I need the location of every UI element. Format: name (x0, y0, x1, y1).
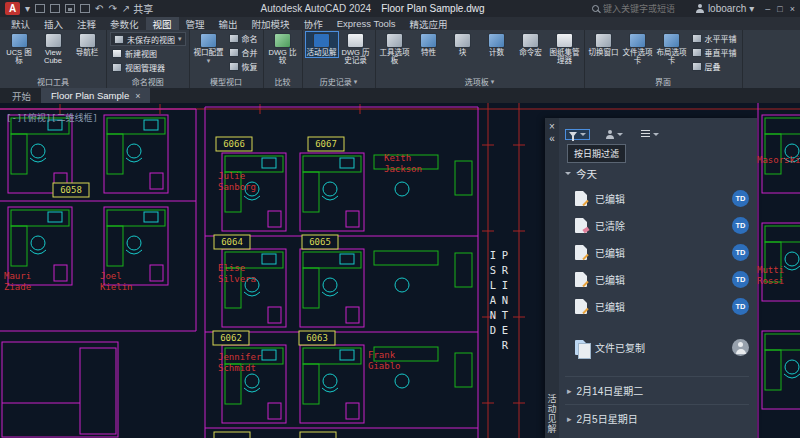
command-macro-button[interactable]: 命令宏 (515, 32, 547, 57)
tab-parametric[interactable]: 参数化 (103, 17, 146, 30)
close-button[interactable]: × (790, 4, 795, 14)
named-viewports-button[interactable]: 命名 (227, 32, 260, 45)
printer-island-label: PRINTER ISLAND (487, 249, 511, 434)
panel-history: 活动见解 DWG 历史记录 历史记录 ▾ (303, 30, 376, 88)
room-label: 6065 (309, 237, 331, 247)
tab-manage[interactable]: 管理 (179, 17, 212, 30)
tile-horizontally-button[interactable]: 水平平铺 (690, 32, 739, 45)
new-file-icon[interactable] (35, 4, 45, 13)
window-title: Autodesk AutoCAD 2024Floor Plan Sample.d… (158, 3, 587, 14)
panel-label-compare[interactable]: 比较 (264, 76, 302, 88)
panel-label-model-viewports[interactable]: 模型视口 (190, 76, 263, 88)
viewport-config-icon (200, 33, 217, 48)
panel-label-interface[interactable]: 界面 (585, 76, 742, 88)
properties-button[interactable]: 特性 (413, 32, 445, 57)
user-badge: TD (732, 244, 749, 261)
view-eye-icon (114, 35, 124, 44)
open-file-icon[interactable] (50, 4, 60, 13)
tab-express-tools[interactable]: Express Tools (330, 17, 403, 30)
viewcube-button[interactable]: View Cube (37, 32, 69, 66)
maximize-button[interactable]: □ (777, 4, 782, 14)
activity-item[interactable]: 已编辑 TD (565, 266, 749, 293)
share-button[interactable]: ↗ 共享 (122, 1, 153, 16)
join-viewports-button[interactable]: 合并 (227, 46, 260, 59)
autocad-logo-icon[interactable]: A (5, 2, 20, 15)
ucs-icon-button[interactable]: UCS 图标 (3, 32, 35, 66)
collapse-icon (565, 172, 571, 175)
filter-by-event-button[interactable] (638, 128, 662, 140)
layout-tabs-toggle-button[interactable]: 布局选项卡 (656, 32, 688, 66)
panel-label-named-views[interactable]: 命名视图 (107, 76, 189, 88)
ucs-icon (11, 33, 28, 48)
blocks-button[interactable]: 块 (447, 32, 479, 57)
date-group-row[interactable]: ▸ 2月5日星期日 (565, 404, 749, 432)
auto-hide-icon[interactable]: « (549, 133, 555, 145)
close-tab-icon[interactable]: × (135, 91, 140, 101)
share-icon: ↗ (122, 4, 130, 14)
activity-item[interactable]: 已编辑 TD (565, 185, 749, 212)
occupant-name: Frank (368, 350, 396, 360)
navbar-button[interactable]: 导航栏 (71, 32, 103, 57)
named-viewports-icon (229, 34, 239, 43)
dwg-history-button[interactable]: DWG 历史记录 (340, 32, 372, 66)
account-menu[interactable]: loboarch ▾ (696, 3, 754, 14)
section-today[interactable]: 今天 (565, 166, 749, 181)
cascade-button[interactable]: 层叠 (690, 60, 739, 73)
app-menu-dropdown-icon[interactable]: ▾ (25, 4, 30, 14)
file-tabs-toggle-button[interactable]: 文件选项卡 (622, 32, 654, 66)
tab-insert[interactable]: 插入 (37, 17, 70, 30)
search-input[interactable] (603, 4, 691, 14)
sheet-set-manager-icon (556, 33, 573, 48)
start-tab[interactable]: 开始 (2, 88, 41, 103)
activity-item[interactable]: 已编辑 TD (565, 239, 749, 266)
room-label: 6064 (221, 237, 243, 247)
save-icon[interactable] (65, 4, 75, 13)
tab-featured-apps[interactable]: 精选应用 (403, 17, 455, 30)
tab-collaborate[interactable]: 协作 (297, 17, 330, 30)
dwg-compare-button[interactable]: DWG 比较 (267, 32, 299, 66)
activity-item[interactable]: 文件已复制 (565, 334, 749, 361)
tile-vertically-button[interactable]: 垂直平铺 (690, 46, 739, 59)
plot-icon[interactable] (80, 4, 90, 13)
share-label: 共享 (133, 1, 153, 16)
filter-by-date-button[interactable] (565, 129, 590, 140)
user-badge: TD (732, 217, 749, 234)
tab-annotate[interactable]: 注释 (70, 17, 103, 30)
help-search[interactable] (592, 4, 691, 14)
redo-icon[interactable]: ↷ (108, 4, 116, 14)
count-button[interactable]: 计数 (481, 32, 513, 57)
tool-palettes-button[interactable]: 工具选项板 (379, 32, 411, 66)
activity-item[interactable]: 已清除 TD (565, 212, 749, 239)
edited-doc-icon (575, 272, 587, 287)
panel-label-history[interactable]: 历史记录 ▾ (303, 76, 375, 88)
join-viewports-icon (229, 48, 239, 57)
sheet-set-manager-button[interactable]: 图纸集管理器 (549, 32, 581, 66)
tool-palettes-icon (386, 33, 403, 48)
panel-label-palettes[interactable]: 选项板 ▾ (376, 76, 584, 88)
occupant-name: Mauri (4, 271, 31, 281)
viewport-controls[interactable]: [-][俯视][二维线框] (6, 111, 98, 124)
restore-viewports-button[interactable]: 恢复 (227, 60, 260, 73)
new-view-button[interactable]: 新建视图 (110, 47, 186, 60)
viewport-config-button[interactable]: 视口配置 ▾ (193, 32, 225, 65)
panel-compare: DWG 比较 比较 (264, 30, 303, 88)
panel-close-icon[interactable]: × (549, 121, 555, 133)
filter-by-user-button[interactable] (602, 128, 626, 141)
tab-addins[interactable]: 附加模块 (245, 17, 297, 30)
drawing-canvas[interactable]: 6066 6067 6064 6065 6062 6063 6058 Julie… (0, 103, 800, 438)
date-group-row[interactable]: ▸ 2月14日星期二 (565, 376, 749, 404)
view-list-dropdown[interactable]: 未保存的视图 ▾ (110, 32, 186, 46)
undo-icon[interactable]: ↶ (95, 4, 103, 14)
view-manager-button[interactable]: 视图管理器 (110, 61, 186, 74)
dropdown-icon: ▾ (491, 78, 495, 86)
minimize-button[interactable]: – (765, 4, 770, 14)
ribbon-tab-bar: 默认 插入 注释 参数化 视图 管理 输出 附加模块 协作 Express To… (0, 17, 800, 30)
panel-label-viewport-tools[interactable]: 视口工具 (0, 76, 106, 88)
activity-item[interactable]: 已编辑 TD (565, 293, 749, 320)
tab-default[interactable]: 默认 (4, 17, 37, 30)
tab-view[interactable]: 视图 (146, 17, 179, 30)
switch-windows-button[interactable]: 切换窗口 (588, 32, 620, 57)
drawing-tab[interactable]: Floor Plan Sample × (41, 88, 150, 103)
activity-insights-button[interactable]: 活动见解 (306, 32, 338, 57)
tab-output[interactable]: 输出 (212, 17, 245, 30)
